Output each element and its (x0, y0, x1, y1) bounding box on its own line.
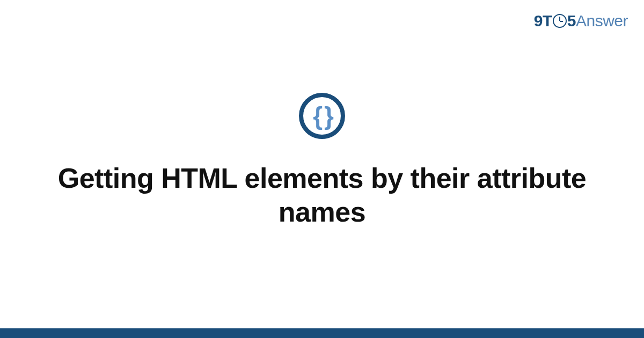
footer-bar (0, 328, 644, 338)
main-content: { } Getting HTML elements by their attri… (0, 0, 644, 338)
braces-symbol: { } (313, 104, 331, 128)
code-braces-icon: { } (299, 93, 345, 139)
page-title: Getting HTML elements by their attribute… (54, 161, 590, 230)
